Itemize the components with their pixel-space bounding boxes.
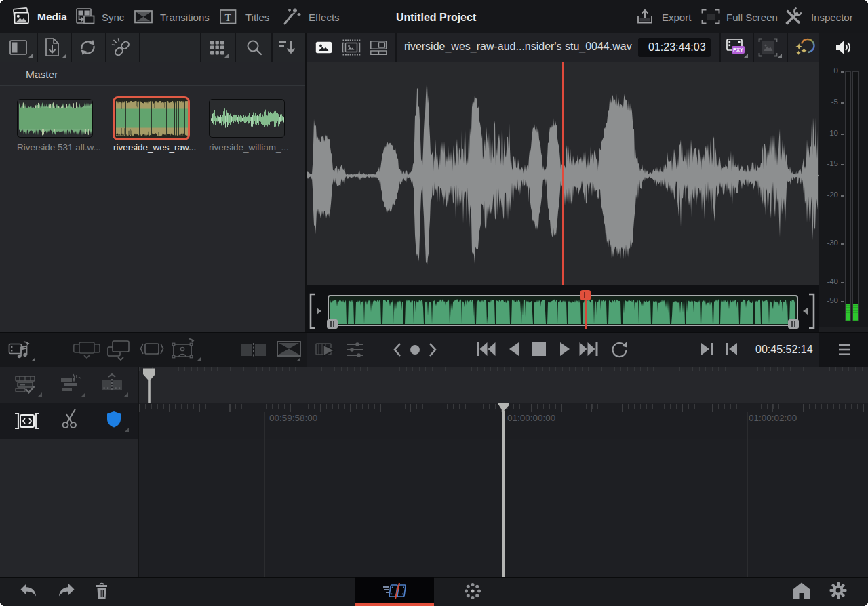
svg-text:PXY: PXY xyxy=(733,47,743,53)
svg-text:T: T xyxy=(224,12,231,23)
